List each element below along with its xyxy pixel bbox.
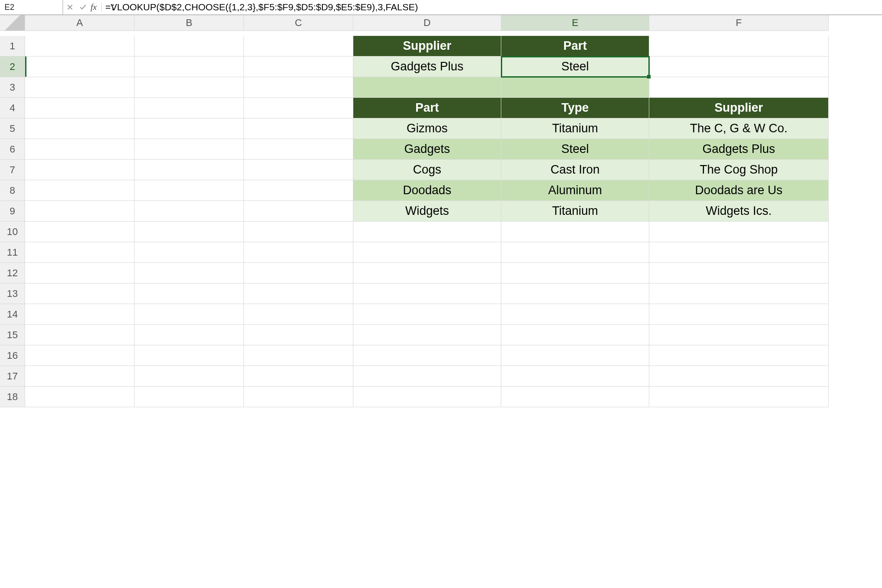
cell-E12[interactable] [501, 263, 649, 283]
cell-F8[interactable]: Doodads are Us [649, 180, 829, 201]
cell-F1[interactable] [649, 36, 829, 57]
row-header-5[interactable]: 5 [0, 118, 25, 139]
cell-F7[interactable]: The Cog Shop [649, 160, 829, 180]
cell-F3[interactable] [649, 77, 829, 98]
select-all-corner[interactable] [0, 15, 25, 31]
cell-E5[interactable]: Titanium [501, 118, 649, 139]
cell-E3[interactable] [501, 77, 649, 98]
cell-C14[interactable] [244, 304, 353, 325]
row-header-14[interactable]: 14 [0, 304, 25, 325]
cell-D15[interactable] [353, 325, 501, 345]
cell-E15[interactable] [501, 325, 649, 345]
cell-A14[interactable] [25, 304, 135, 325]
cell-C15[interactable] [244, 325, 353, 345]
cell-B7[interactable] [135, 160, 244, 180]
row-header-3[interactable]: 3 [0, 77, 25, 98]
cell-C16[interactable] [244, 345, 353, 366]
cell-A3[interactable] [25, 77, 135, 98]
cell-A12[interactable] [25, 263, 135, 283]
cell-C7[interactable] [244, 160, 353, 180]
cell-B4[interactable] [135, 98, 244, 118]
cell-E1[interactable]: Part [501, 36, 649, 57]
cell-E10[interactable] [501, 222, 649, 242]
cell-E2[interactable]: Steel [501, 57, 649, 77]
cell-B1[interactable] [135, 36, 244, 57]
formula-input[interactable] [103, 1, 882, 13]
cell-C3[interactable] [244, 77, 353, 98]
cell-C2[interactable] [244, 57, 353, 77]
cell-A11[interactable] [25, 242, 135, 263]
row-header-18[interactable]: 18 [0, 387, 25, 407]
cell-F16[interactable] [649, 345, 829, 366]
cell-C10[interactable] [244, 222, 353, 242]
row-header-17[interactable]: 17 [0, 366, 25, 387]
cell-A1[interactable] [25, 36, 135, 57]
cell-C9[interactable] [244, 201, 353, 222]
cell-F14[interactable] [649, 304, 829, 325]
row-header-15[interactable]: 15 [0, 325, 25, 345]
cell-F12[interactable] [649, 263, 829, 283]
cell-D12[interactable] [353, 263, 501, 283]
row-header-13[interactable]: 13 [0, 283, 25, 304]
cell-E6[interactable]: Steel [501, 139, 649, 160]
cell-D18[interactable] [353, 387, 501, 407]
cell-F13[interactable] [649, 283, 829, 304]
col-header-C[interactable]: C [244, 15, 353, 31]
cell-A5[interactable] [25, 118, 135, 139]
cell-E11[interactable] [501, 242, 649, 263]
cell-D9[interactable]: Widgets [353, 201, 501, 222]
cell-E17[interactable] [501, 366, 649, 387]
cell-A6[interactable] [25, 139, 135, 160]
cell-E18[interactable] [501, 387, 649, 407]
cell-A9[interactable] [25, 201, 135, 222]
col-header-F[interactable]: F [649, 15, 829, 31]
cell-F15[interactable] [649, 325, 829, 345]
cell-D1[interactable]: Supplier [353, 36, 501, 57]
cell-B6[interactable] [135, 139, 244, 160]
cell-C13[interactable] [244, 283, 353, 304]
row-header-4[interactable]: 4 [0, 98, 25, 118]
col-header-D[interactable]: D [353, 15, 501, 31]
row-header-2[interactable]: 2 [0, 57, 25, 77]
cell-D6[interactable]: Gadgets [353, 139, 501, 160]
cell-B16[interactable] [135, 345, 244, 366]
row-header-6[interactable]: 6 [0, 139, 25, 160]
cell-C6[interactable] [244, 139, 353, 160]
cell-B14[interactable] [135, 304, 244, 325]
cell-D2[interactable]: Gadgets Plus [353, 57, 501, 77]
cell-D16[interactable] [353, 345, 501, 366]
cell-A10[interactable] [25, 222, 135, 242]
cell-A17[interactable] [25, 366, 135, 387]
cell-B9[interactable] [135, 201, 244, 222]
cell-D4[interactable]: Part [353, 98, 501, 118]
cell-B11[interactable] [135, 242, 244, 263]
cell-D11[interactable] [353, 242, 501, 263]
cell-C8[interactable] [244, 180, 353, 201]
cell-C18[interactable] [244, 387, 353, 407]
cell-B2[interactable] [135, 57, 244, 77]
cell-B17[interactable] [135, 366, 244, 387]
cell-E8[interactable]: Aluminum [501, 180, 649, 201]
row-header-8[interactable]: 8 [0, 180, 25, 201]
cell-B10[interactable] [135, 222, 244, 242]
cell-A7[interactable] [25, 160, 135, 180]
cell-F10[interactable] [649, 222, 829, 242]
cell-D17[interactable] [353, 366, 501, 387]
cell-F6[interactable]: Gadgets Plus [649, 139, 829, 160]
cell-C4[interactable] [244, 98, 353, 118]
cell-F11[interactable] [649, 242, 829, 263]
cell-E4[interactable]: Type [501, 98, 649, 118]
row-header-7[interactable]: 7 [0, 160, 25, 180]
cell-A15[interactable] [25, 325, 135, 345]
cell-E16[interactable] [501, 345, 649, 366]
cell-C17[interactable] [244, 366, 353, 387]
col-header-E[interactable]: E [501, 15, 649, 31]
cell-B5[interactable] [135, 118, 244, 139]
cell-B13[interactable] [135, 283, 244, 304]
cell-F2[interactable] [649, 57, 829, 77]
enter-button[interactable] [76, 0, 90, 14]
cell-E13[interactable] [501, 283, 649, 304]
row-header-11[interactable]: 11 [0, 242, 25, 263]
cell-F5[interactable]: The C, G & W Co. [649, 118, 829, 139]
cell-E14[interactable] [501, 304, 649, 325]
